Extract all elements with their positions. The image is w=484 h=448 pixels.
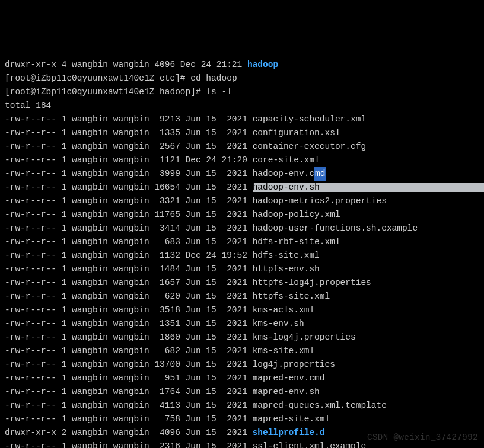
- ls-row: -rw-r--r-- 1 wangbin wangbin 683 Jun 15 …: [5, 235, 484, 249]
- file-name: httpfs-log4j.properties: [253, 278, 371, 287]
- file-name: hadoop-policy.xml: [253, 210, 340, 219]
- ls-row: -rw-r--r-- 1 wangbin wangbin 3999 Jun 15…: [5, 167, 484, 181]
- ls-row: -rw-r--r-- 1 wangbin wangbin 620 Jun 15 …: [5, 290, 484, 303]
- dir-name: hadoop: [247, 60, 278, 69]
- selected-file[interactable]: hadoop-env.sh: [253, 183, 484, 192]
- command-text: cd hadoop: [190, 73, 237, 83]
- file-name: container-executor.cfg: [253, 142, 366, 151]
- file-name: mapred-queues.xml.template: [253, 401, 387, 410]
- cursor-selection: md: [314, 167, 326, 181]
- file-name: hadoop-user-functions.sh.example: [253, 223, 418, 233]
- ls-row: drwxr-xr-x 2 wangbin wangbin 4096 Jun 15…: [5, 426, 484, 440]
- file-name: kms-env.sh: [253, 319, 304, 328]
- ls-row: -rw-r--r-- 1 wangbin wangbin 2316 Jun 15…: [5, 440, 484, 448]
- file-name: kms-acls.xml: [253, 305, 314, 315]
- file-name: hdfs-site.xml: [253, 251, 320, 260]
- prompt-line[interactable]: [root@iZbp11c0qyuunxawt140e1Z etc]# cd h…: [5, 72, 484, 85]
- file-name: httpfs-site.xml: [253, 292, 330, 301]
- terminal-output[interactable]: drwxr-xr-x 4 wangbin wangbin 4096 Dec 24…: [5, 58, 484, 448]
- ls-row: -rw-r--r-- 1 wangbin wangbin 11765 Jun 1…: [5, 208, 484, 222]
- file-name: hadoop-metrics2.properties: [253, 196, 387, 206]
- ls-row: drwxr-xr-x 4 wangbin wangbin 4096 Dec 24…: [5, 58, 484, 72]
- ls-row: -rw-r--r-- 1 wangbin wangbin 16654 Jun 1…: [5, 181, 484, 194]
- ls-row: -rw-r--r-- 1 wangbin wangbin 1121 Dec 24…: [5, 153, 484, 167]
- file-name: mapred-env.cmd: [253, 373, 325, 383]
- file-name: mapred-env.sh: [253, 387, 320, 396]
- ls-row: -rw-r--r-- 1 wangbin wangbin 2567 Jun 15…: [5, 140, 484, 153]
- file-name: kms-log4j.properties: [253, 332, 356, 342]
- ls-row: -rw-r--r-- 1 wangbin wangbin 3414 Jun 15…: [5, 222, 484, 235]
- dir-name: shellprofile.d: [253, 428, 325, 437]
- ls-row: -rw-r--r-- 1 wangbin wangbin 1132 Dec 24…: [5, 249, 484, 263]
- ls-row: -rw-r--r-- 1 wangbin wangbin 1657 Jun 15…: [5, 276, 484, 290]
- file-name: hdfs-rbf-site.xml: [253, 237, 340, 247]
- total-line: total 184: [5, 99, 484, 113]
- command-text: ls -l: [206, 87, 232, 97]
- ls-row: -rw-r--r-- 1 wangbin wangbin 3321 Jun 15…: [5, 194, 484, 208]
- prompt-line[interactable]: [root@iZbp11c0qyuunxawt140e1Z hadoop]# l…: [5, 85, 484, 99]
- file-name: hadoop-env.cmd: [253, 169, 326, 178]
- file-name: httpfs-env.sh: [253, 264, 320, 274]
- ls-row: -rw-r--r-- 1 wangbin wangbin 758 Jun 15 …: [5, 412, 484, 426]
- ls-row: -rw-r--r-- 1 wangbin wangbin 4113 Jun 15…: [5, 399, 484, 412]
- prompt-prefix: [root@iZbp11c0qyuunxawt140e1Z hadoop]#: [5, 87, 206, 97]
- ls-row: -rw-r--r-- 1 wangbin wangbin 682 Jun 15 …: [5, 344, 484, 358]
- ls-row: -rw-r--r-- 1 wangbin wangbin 1351 Jun 15…: [5, 317, 484, 331]
- file-name: ssl-client.xml.example: [253, 441, 366, 448]
- prompt-prefix: [root@iZbp11c0qyuunxawt140e1Z etc]#: [5, 73, 190, 83]
- ls-row: -rw-r--r-- 1 wangbin wangbin 1335 Jun 15…: [5, 126, 484, 140]
- ls-row: -rw-r--r-- 1 wangbin wangbin 13700 Jun 1…: [5, 358, 484, 372]
- file-name: kms-site.xml: [253, 346, 314, 356]
- ls-row: -rw-r--r-- 1 wangbin wangbin 1764 Jun 15…: [5, 385, 484, 399]
- file-name: capacity-scheduler.xml: [253, 114, 366, 124]
- ls-row: -rw-r--r-- 1 wangbin wangbin 1484 Jun 15…: [5, 263, 484, 276]
- ls-row: -rw-r--r-- 1 wangbin wangbin 9213 Jun 15…: [5, 113, 484, 126]
- ls-row: -rw-r--r-- 1 wangbin wangbin 1860 Jun 15…: [5, 331, 484, 344]
- file-name: configuration.xsl: [253, 128, 340, 137]
- file-name: log4j.properties: [253, 360, 335, 369]
- ls-row: -rw-r--r-- 1 wangbin wangbin 951 Jun 15 …: [5, 372, 484, 385]
- file-name: mapred-site.xml: [253, 414, 330, 424]
- file-name: core-site.xml: [253, 155, 320, 165]
- ls-row: -rw-r--r-- 1 wangbin wangbin 3518 Jun 15…: [5, 303, 484, 317]
